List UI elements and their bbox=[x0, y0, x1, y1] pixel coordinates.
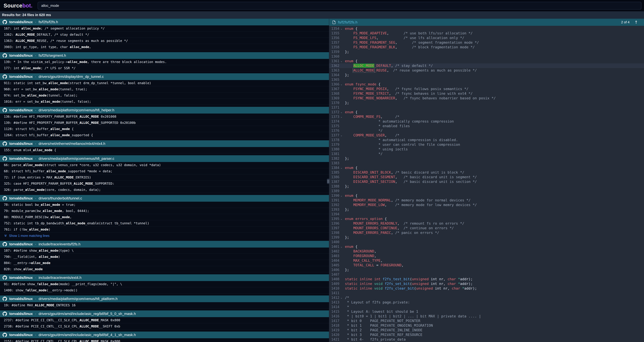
code-line[interactable]: 1399}; bbox=[329, 235, 644, 240]
match-row[interactable]: 790: __field(int, alloc_mode) bbox=[0, 254, 329, 260]
code-line[interactable]: 1379 * user can control the file compres… bbox=[329, 142, 644, 147]
match-row[interactable]: 752: static int tb_dp_bandwidth_alloc_mo… bbox=[0, 220, 329, 226]
fold-chevron-icon[interactable]: ⌄ bbox=[340, 216, 342, 221]
code-line[interactable]: 1418 * bit 1 PAGE_PRIVATE_ONGOING_MIGRAT… bbox=[329, 323, 644, 328]
line-number-gutter[interactable]: 1362 bbox=[329, 63, 345, 68]
match-row[interactable]: 139: * In the victim_sel_policy->alloc_m… bbox=[0, 59, 329, 65]
fold-chevron-icon[interactable]: ⌄ bbox=[340, 59, 342, 63]
code-line[interactable]: 1389 bbox=[329, 189, 644, 193]
line-number-gutter[interactable]: 1380 bbox=[329, 147, 345, 152]
line-number-gutter[interactable]: 1418 bbox=[329, 323, 345, 328]
code-line[interactable]: 1370}; bbox=[329, 101, 644, 105]
match-row[interactable]: 136: #define HFI_PROPERTY_PARAM_BUFFER_A… bbox=[0, 114, 329, 120]
code-line[interactable]: 1417 * bit 0 PAGE_PRIVATE_NOT_POINTER bbox=[329, 318, 644, 323]
code-line[interactable]: 1380 * using ioctls bbox=[329, 147, 644, 152]
line-number-gutter[interactable]: 1385 bbox=[329, 170, 345, 175]
line-number-gutter[interactable]: 1416 bbox=[329, 314, 345, 318]
match-row[interactable]: 1264: struct hfi_buffer_alloc_mode_suppo… bbox=[0, 132, 329, 138]
match-row[interactable]: 326: parse_alloc_mode(core, codecs, doma… bbox=[0, 187, 329, 193]
match-row[interactable]: 19: #define MAX_ALLOC_MODE_ENTRIES 16 bbox=[0, 302, 329, 308]
line-number-gutter[interactable]: 1394 bbox=[329, 212, 345, 216]
line-number-gutter[interactable]: 1366⌄ bbox=[329, 82, 345, 87]
line-number-gutter[interactable]: 1410 bbox=[329, 286, 345, 291]
code-line[interactable]: 1371 bbox=[329, 105, 644, 110]
line-number-gutter[interactable]: 1361⌄ bbox=[329, 59, 345, 63]
line-number-gutter[interactable]: 1378 bbox=[329, 138, 345, 142]
match-row[interactable]: 974: set_bw_alloc_mode(tunnel, false); bbox=[0, 92, 329, 99]
line-number-gutter[interactable]: 1392 bbox=[329, 203, 345, 207]
line-number-gutter[interactable]: 1415 bbox=[329, 309, 345, 314]
line-number-gutter[interactable]: 1363 bbox=[329, 68, 345, 73]
file-group-header[interactable]: torvalds/linux·include/trace/events/ext4… bbox=[0, 274, 329, 281]
file-group-header[interactable]: torvalds/linux·include/trace/events/f2fs… bbox=[0, 241, 329, 247]
file-group-header[interactable]: torvalds/linux·drivers/net/ethernet/mell… bbox=[0, 140, 329, 147]
code-line[interactable]: 1415 * Layout A: lowest bit should be 1 bbox=[329, 309, 644, 314]
code-line[interactable]: 1358 FS_MODE_FRAGMENT_BLK, /* block frag… bbox=[329, 45, 644, 50]
code-line[interactable]: 1416 * | bit0 = 1 | bit1 | bit2 | ... | … bbox=[329, 314, 644, 318]
line-number-gutter[interactable]: 1397 bbox=[329, 226, 345, 230]
fold-chevron-icon[interactable]: ⌄ bbox=[340, 193, 342, 198]
code-line[interactable]: 1365 bbox=[329, 77, 644, 82]
match-row[interactable]: 1016: err = set_bw_alloc_mode(tunnel, fa… bbox=[0, 99, 329, 105]
file-group-header[interactable]: torvalds/linux·drivers/gpu/drm/amd/inclu… bbox=[0, 331, 329, 338]
line-number-gutter[interactable]: 1358 bbox=[329, 45, 345, 50]
line-number-gutter[interactable]: 1359 bbox=[329, 50, 345, 54]
match-row[interactable]: 167: int alloc_mode; /* segment allocati… bbox=[0, 25, 329, 32]
code-line[interactable]: 1372⌄enum { bbox=[329, 110, 644, 114]
line-number-gutter[interactable]: 1389 bbox=[329, 189, 345, 193]
match-row[interactable]: 2738: #define PCIE_CI_CNTL__CI_SLV_CPL_A… bbox=[0, 323, 329, 329]
line-number-gutter[interactable]: 1411 bbox=[329, 291, 345, 295]
line-number-gutter[interactable]: 1399 bbox=[329, 235, 345, 240]
code-line[interactable]: 1401⌄enum { bbox=[329, 244, 644, 249]
line-number-gutter[interactable]: 1371 bbox=[329, 105, 345, 110]
line-number-gutter[interactable]: 1383 bbox=[329, 161, 345, 165]
code-line[interactable]: 1354⌄enum { bbox=[329, 26, 644, 31]
code-line[interactable]: 1405 TOTAL_CALL = FOREGROUND, bbox=[329, 263, 644, 267]
code-line[interactable]: 1383 bbox=[329, 161, 644, 165]
line-number-gutter[interactable]: 1412⌄ bbox=[329, 295, 345, 300]
line-number-gutter[interactable]: 1356 bbox=[329, 36, 345, 40]
match-row[interactable]: 66: parse_alloc_mode(struct venus_core *… bbox=[0, 162, 329, 168]
code-line[interactable]: 1356 FS_MODE_LFS, /* use lfs allocation … bbox=[329, 36, 644, 40]
line-number-gutter[interactable]: 1419 bbox=[329, 328, 345, 332]
code-line[interactable]: 1387 DISCARD_UNIT_SECTION, /* basic disc… bbox=[329, 179, 644, 184]
file-group-header[interactable]: torvalds/linux·drivers/media/platform/qc… bbox=[0, 295, 329, 302]
line-number-gutter[interactable]: 1372⌄ bbox=[329, 110, 345, 114]
line-number-gutter[interactable]: 1404 bbox=[329, 258, 345, 263]
match-row[interactable]: 1400: show_falloc_mode(__entry->mode)) bbox=[0, 287, 329, 293]
match-row[interactable]: 1362: ALLOC_MODE_DEFAULT, /* stay defaul… bbox=[0, 32, 329, 38]
code-line[interactable]: 1410static inline void f2fs_clear_bit(un… bbox=[329, 286, 644, 291]
code-line[interactable]: 1385 DISCARD_UNIT_BLOCK, /* basic discar… bbox=[329, 170, 644, 175]
code-line[interactable]: 1403 FOREGROUND, bbox=[329, 254, 644, 258]
line-number-gutter[interactable]: 1386 bbox=[329, 175, 345, 179]
code-line[interactable]: 1384⌄enum { bbox=[329, 165, 644, 170]
line-number-gutter[interactable]: 1390⌄ bbox=[329, 193, 345, 198]
line-number-gutter[interactable]: 1417 bbox=[329, 318, 345, 323]
fold-chevron-icon[interactable]: ⌄ bbox=[340, 114, 342, 119]
fold-chevron-icon[interactable]: ⌄ bbox=[340, 133, 342, 138]
line-number-gutter[interactable]: 1409 bbox=[329, 281, 345, 286]
prev-match-button[interactable]: ↑ bbox=[633, 19, 640, 26]
match-row[interactable]: 107: #define show_alloc_mode(type) \ bbox=[0, 247, 329, 254]
code-line[interactable]: 1364}; bbox=[329, 73, 644, 77]
match-row[interactable]: 155: enum mlx4_alloc_mode { bbox=[0, 147, 329, 153]
line-number-gutter[interactable]: 1374 bbox=[329, 119, 345, 124]
match-row[interactable]: 2737: #define PCIE_CI_CNTL__CI_SLV_CPL_A… bbox=[0, 317, 329, 323]
code-line[interactable]: 1409static inline void f2fs_set_bit(unsi… bbox=[329, 281, 644, 286]
match-row[interactable]: 325: case HFI_PROPERTY_PARAM_BUFFER_ALLO… bbox=[0, 181, 329, 187]
line-number-gutter[interactable]: 1407 bbox=[329, 272, 345, 277]
code-line[interactable]: 1363 ALLOC_MODE_REUSE, /* reuse segments… bbox=[329, 68, 644, 73]
line-number-gutter[interactable]: 1398 bbox=[329, 230, 345, 235]
code-line[interactable]: 1414 * bbox=[329, 305, 644, 309]
match-row[interactable]: 3903: int gc_type, int type, char alloc_… bbox=[0, 44, 329, 50]
line-number-gutter[interactable]: 1376 bbox=[329, 128, 345, 133]
file-group-header[interactable]: torvalds/linux·drivers/thunderbolt/tunne… bbox=[0, 195, 329, 202]
line-number-gutter[interactable]: 1355 bbox=[329, 31, 345, 36]
code-line[interactable]: 1362 ALLOC_MODE_DEFAULT, /* stay default… bbox=[329, 63, 644, 68]
line-number-gutter[interactable]: 1388 bbox=[329, 184, 345, 189]
match-row[interactable]: 139: #define HFI_PROPERTY_PARAM_BUFFER_A… bbox=[0, 120, 329, 126]
code-line[interactable]: 1355 FS_MODE_ADAPTIVE, /* use both lfs/s… bbox=[329, 31, 644, 36]
line-number-gutter[interactable]: 1373⌄ bbox=[329, 114, 345, 119]
panel-resize-handle[interactable] bbox=[327, 179, 330, 184]
code-line[interactable]: 1407 bbox=[329, 272, 644, 277]
